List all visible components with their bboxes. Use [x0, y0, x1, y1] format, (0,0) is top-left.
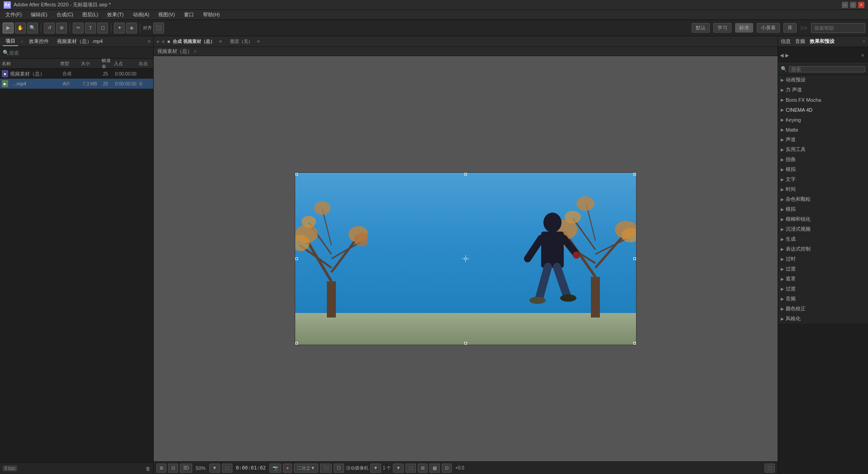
tool-text[interactable]: T — [85, 23, 96, 33]
effect-cat-obsolete[interactable]: ▶ 过时 — [778, 254, 868, 264]
handle-bottom-mid[interactable] — [464, 342, 467, 345]
tool-zoom[interactable]: 🔍 — [27, 23, 38, 33]
viewer-expand-btn[interactable]: ⬚ — [764, 464, 775, 473]
tool-rotate[interactable]: ↺ — [44, 23, 55, 33]
workspace-more-icon[interactable]: >> — [800, 24, 807, 32]
workspace-small[interactable]: 小屏幕 — [757, 23, 780, 33]
view-num-dropdown[interactable]: ▼ — [393, 464, 404, 473]
tool-pin[interactable]: ◈ — [126, 23, 137, 33]
effect-cat-immersive[interactable]: ▶ 沉浸式视频 — [778, 224, 868, 234]
effect-cat-presets[interactable]: ▶ 动画预设 — [778, 75, 868, 85]
effect-cat-expr[interactable]: ▶ 表达式控制 — [778, 244, 868, 254]
effect-cat-boris[interactable]: ▶ Boris FX Mocha — [778, 95, 868, 105]
viewer-fit-btn[interactable]: ⬚ — [222, 464, 232, 473]
project-search-input[interactable] — [9, 50, 151, 56]
handle-top-right[interactable] — [633, 173, 636, 175]
tool-camera-orbit[interactable]: ⊕ — [56, 23, 67, 33]
effect-cat-utility[interactable]: ▶ 实用工具 — [778, 145, 868, 155]
tool-pen[interactable]: ✏ — [73, 23, 84, 33]
viewer-safe-btn[interactable]: ⬚ — [406, 464, 416, 473]
viewer-btn-prop[interactable]: ⊡ — [168, 464, 178, 473]
viewer-zoom-dropdown[interactable]: ▼ — [209, 464, 220, 473]
footage-sub-close[interactable]: ≡ — [194, 49, 197, 54]
handle-top-mid[interactable] — [464, 173, 467, 175]
effect-cat-blur[interactable]: ▶ 模糊和锐化 — [778, 214, 868, 224]
workspace-standard[interactable]: 标准 — [735, 23, 753, 33]
workspace-learn[interactable]: 学习 — [713, 23, 731, 33]
tab-audio[interactable]: 音频 — [795, 38, 805, 45]
comp-tab-close[interactable]: ≡ — [219, 39, 222, 44]
tool-puppet[interactable]: ✦ — [114, 23, 125, 33]
viewer-btn-3d[interactable]: 3D — [180, 464, 192, 473]
effect-cat-matte[interactable]: ▶ Matte — [778, 125, 868, 135]
effect-cat-text[interactable]: ▶ 文字 — [778, 175, 868, 185]
effect-cat-mask[interactable]: ▶ 遮罩 — [778, 274, 868, 284]
comp-tab-label[interactable]: 合成 视频素材（总） — [173, 38, 215, 45]
effect-cat-stylize[interactable]: ▶ 风格化 — [778, 314, 868, 324]
footage-sublabel[interactable]: 视频素材（总） — [157, 48, 192, 55]
layer-tab-label[interactable]: 图层（无） — [230, 38, 253, 45]
effect-cat-audio[interactable]: ▶ 音频 — [778, 294, 868, 304]
handle-bottom-right[interactable] — [633, 342, 636, 345]
project-item-video[interactable]: ▶ ...mp4 AVI 7.3 MB 25 0:00:00:00 0: — [0, 79, 153, 89]
handle-bottom-left[interactable] — [295, 342, 298, 345]
minimize-button[interactable]: ─ — [842, 2, 848, 8]
handle-mid-left[interactable] — [295, 257, 298, 260]
effects-panel-close[interactable]: ✕ — [861, 53, 864, 58]
effect-cat-noise[interactable]: ▶ 杂色和颗粒 — [778, 194, 868, 204]
menu-help[interactable]: 帮助(H) — [201, 10, 222, 19]
tab-effects[interactable]: 效果和预设 — [810, 38, 835, 45]
menu-layer[interactable]: 图层(L) — [80, 10, 100, 19]
close-button[interactable]: ✕ — [858, 2, 864, 8]
menu-file[interactable]: 文件(F) — [4, 10, 24, 19]
effects-search-input[interactable] — [789, 66, 865, 72]
workspace-library[interactable]: 库 — [783, 23, 797, 33]
help-search-input[interactable] — [811, 23, 865, 33]
effect-cat-time[interactable]: ▶ 时间 — [778, 185, 868, 194]
handle-mid-right[interactable] — [633, 257, 636, 260]
tab-info[interactable]: 信息 — [781, 38, 791, 45]
effect-cat-sim2[interactable]: ▶ 模拟 — [778, 204, 868, 214]
effects-collapse-icon[interactable]: ◀ — [780, 52, 783, 58]
project-item-comp[interactable]: ■ 视频素材（总） 合成 25 0:00:00:00 — [0, 69, 153, 79]
effect-cat-keying[interactable]: ▶ Keying — [778, 115, 868, 125]
viewer-color-picker[interactable]: ● — [283, 464, 292, 473]
menu-window[interactable]: 窗口 — [182, 10, 196, 19]
tool-shape[interactable]: ◻ — [97, 23, 108, 33]
viewer-display-btn[interactable]: ⬛ — [320, 464, 332, 473]
panel-menu-icon[interactable]: ≡ — [148, 39, 151, 44]
effect-cat-generate[interactable]: ▶ 生成 — [778, 234, 868, 244]
effect-cat-cinema4d[interactable]: ▶ CINEMA 4D — [778, 105, 868, 115]
effect-cat-sound[interactable]: ▶ 声道 — [778, 135, 868, 145]
camera-dropdown[interactable]: ▼ — [370, 464, 381, 473]
effect-cat-color[interactable]: ▶ 颜色校正 — [778, 304, 868, 314]
maximize-button[interactable]: □ — [850, 2, 856, 8]
tool-select[interactable]: ▶ — [3, 23, 14, 33]
handle-top-left[interactable] — [295, 173, 298, 175]
viewer-quality-dropdown[interactable]: 二分之▼ — [294, 464, 318, 473]
viewer-btn-grid[interactable]: ⊞ — [156, 464, 166, 473]
effect-cat-transition2[interactable]: ▶ 过渡 — [778, 284, 868, 294]
effect-cat-channel[interactable]: ▶ 力 声道 — [778, 85, 868, 95]
viewer-grid-btn[interactable]: ⊞ — [418, 464, 428, 473]
effect-cat-distort[interactable]: ▶ 扭曲 — [778, 155, 868, 165]
viewer-alpha-btn[interactable]: ☐ — [334, 464, 344, 473]
window-controls[interactable]: ─ □ ✕ — [842, 2, 864, 8]
tab-project[interactable]: 项目 — [3, 37, 18, 46]
effect-cat-simulate[interactable]: ▶ 模拟 — [778, 165, 868, 175]
menu-effects[interactable]: 效果(T) — [105, 10, 125, 19]
menu-edit[interactable]: 编辑(E) — [29, 10, 49, 19]
trash-icon[interactable]: 🗑 — [146, 466, 151, 471]
viewer-snapshot[interactable]: 📷 — [269, 464, 281, 473]
menu-animation[interactable]: 动画(A) — [131, 10, 151, 19]
menu-view[interactable]: 视图(V) — [156, 10, 177, 19]
tab-effect-controls[interactable]: 效果控件 — [26, 37, 52, 46]
workspace-default[interactable]: 默认 — [692, 23, 710, 33]
effects-expand-icon[interactable]: ▶ — [785, 52, 789, 58]
tool-align[interactable]: ⬛ — [153, 23, 164, 33]
tool-hand[interactable]: ✋ — [15, 23, 26, 33]
tab-footage[interactable]: 视频素材（总）.mp4 — [54, 37, 105, 46]
menu-composition[interactable]: 合成(C) — [55, 10, 75, 19]
viewer-guide-btn[interactable]: ⊡ — [442, 464, 452, 473]
effect-cat-transition[interactable]: ▶ 过渡 — [778, 264, 868, 274]
